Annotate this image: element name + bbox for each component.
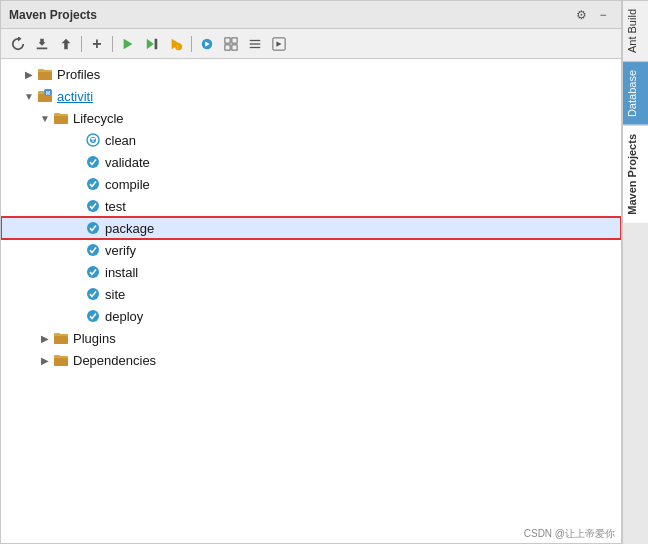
svg-marker-4 <box>147 38 154 49</box>
run-button[interactable] <box>117 33 139 55</box>
tree-item-plugins[interactable]: ▶ Plugins <box>1 327 621 349</box>
svg-marker-19 <box>276 41 281 46</box>
svg-marker-1 <box>39 38 46 45</box>
expand-icon-profiles: ▶ <box>21 66 37 82</box>
svg-rect-42 <box>54 333 60 336</box>
tree-item-compile[interactable]: compile <box>1 173 621 195</box>
svg-rect-22 <box>38 72 52 80</box>
svg-rect-21 <box>38 69 44 72</box>
folder-icon-plugins <box>53 330 69 346</box>
tree-item-verify[interactable]: verify <box>1 239 621 261</box>
dependencies-label: Dependencies <box>73 353 156 368</box>
compile-label: compile <box>105 177 150 192</box>
svg-rect-0 <box>37 47 48 49</box>
goal-icon-test <box>85 198 101 214</box>
tree-item-dependencies[interactable]: ▶ Dependencies <box>1 349 621 371</box>
debug-button[interactable]: ! <box>165 33 187 55</box>
expand-icon-dependencies: ▶ <box>37 352 53 368</box>
goal-icon-site <box>85 286 101 302</box>
toolbar: + ! <box>1 29 621 59</box>
tab-maven-projects[interactable]: Maven Projects <box>623 125 649 223</box>
goal-icon-verify <box>85 242 101 258</box>
goal-icon-compile <box>85 176 101 192</box>
validate-label: validate <box>105 155 150 170</box>
svg-rect-46 <box>54 358 68 366</box>
folder-icon-dependencies <box>53 352 69 368</box>
diagram-button[interactable] <box>220 33 242 55</box>
settings-icon[interactable]: ⚙ <box>571 5 591 25</box>
tree-item-lifecycle[interactable]: ▼ Lifecycle <box>1 107 621 129</box>
watermark: CSDN @让上帝爱你 <box>518 525 621 543</box>
clean-label: clean <box>105 133 136 148</box>
expand-icon-plugins: ▶ <box>37 330 53 346</box>
svg-rect-14 <box>232 44 237 49</box>
add-button[interactable]: + <box>86 33 108 55</box>
goal-icon-validate <box>85 154 101 170</box>
folder-icon-lifecycle <box>53 110 69 126</box>
project-icon-activiti: M <box>37 88 53 104</box>
svg-rect-13 <box>225 44 230 49</box>
right-sidebar: Ant Build Database Maven Projects <box>622 0 648 544</box>
lifecycle-label: Lifecycle <box>73 111 124 126</box>
separator-3 <box>191 36 192 52</box>
verify-label: verify <box>105 243 136 258</box>
minimize-icon[interactable]: − <box>593 5 613 25</box>
svg-point-39 <box>87 288 99 300</box>
tree-item-profiles[interactable]: ▶ Profiles <box>1 63 621 85</box>
tree-container: ▶ Profiles ▼ M activiti ▼ Life <box>1 59 621 543</box>
skip-tests-button[interactable] <box>141 33 163 55</box>
svg-rect-30 <box>54 116 68 124</box>
svg-rect-5 <box>155 38 158 49</box>
svg-rect-45 <box>54 355 60 358</box>
install-label: install <box>105 265 138 280</box>
execute-button[interactable] <box>196 33 218 55</box>
svg-text:!: ! <box>177 44 178 50</box>
test-label: test <box>105 199 126 214</box>
tree-item-site[interactable]: site <box>1 283 621 305</box>
separator-2 <box>112 36 113 52</box>
tab-database[interactable]: Database <box>623 61 649 125</box>
tree-item-install[interactable]: install <box>1 261 621 283</box>
svg-text:M: M <box>46 90 50 96</box>
expand-icon-activiti: ▼ <box>21 88 37 104</box>
deploy-label: deploy <box>105 309 143 324</box>
panel-title: Maven Projects <box>9 8 97 22</box>
panel-header: Maven Projects ⚙ − <box>1 1 621 29</box>
tree-item-clean[interactable]: clean <box>1 129 621 151</box>
svg-marker-2 <box>62 38 71 49</box>
activiti-label: activiti <box>57 89 93 104</box>
svg-point-35 <box>87 200 99 212</box>
svg-point-36 <box>87 222 99 234</box>
package-label: package <box>105 221 154 236</box>
download-sources-button[interactable] <box>31 33 53 55</box>
tree-item-deploy[interactable]: deploy <box>1 305 621 327</box>
site-label: site <box>105 287 125 302</box>
svg-rect-29 <box>54 113 60 116</box>
reimport-button[interactable] <box>7 33 29 55</box>
tree-item-validate[interactable]: validate <box>1 151 621 173</box>
goal-icon-deploy <box>85 308 101 324</box>
svg-rect-43 <box>54 336 68 344</box>
update-button[interactable] <box>55 33 77 55</box>
sort-button[interactable] <box>244 33 266 55</box>
svg-rect-12 <box>232 37 237 42</box>
goal-icon-install <box>85 264 101 280</box>
tab-ant-build[interactable]: Ant Build <box>623 0 649 61</box>
svg-point-38 <box>87 266 99 278</box>
goal-icon-package <box>85 220 101 236</box>
tree-item-activiti[interactable]: ▼ M activiti <box>1 85 621 107</box>
svg-point-37 <box>87 244 99 256</box>
open-settings-button[interactable] <box>268 33 290 55</box>
svg-rect-11 <box>225 37 230 42</box>
tree-item-package[interactable]: package <box>1 217 621 239</box>
goal-icon-clean <box>85 132 101 148</box>
svg-marker-3 <box>124 38 133 49</box>
profiles-label: Profiles <box>57 67 100 82</box>
folder-icon-profiles <box>37 66 53 82</box>
plugins-label: Plugins <box>73 331 116 346</box>
separator-1 <box>81 36 82 52</box>
expand-icon-lifecycle: ▼ <box>37 110 53 126</box>
svg-point-34 <box>87 178 99 190</box>
svg-point-40 <box>87 310 99 322</box>
tree-item-test[interactable]: test <box>1 195 621 217</box>
